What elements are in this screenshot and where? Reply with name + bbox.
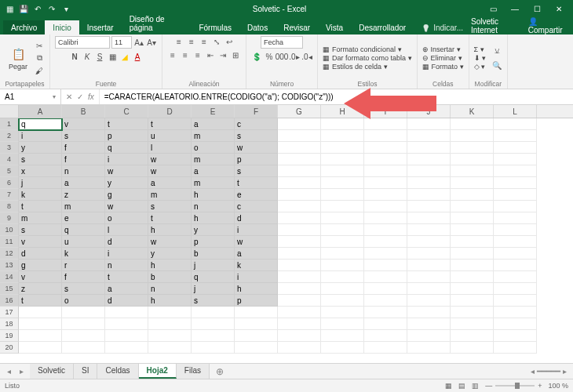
cell[interactable]: s bbox=[19, 154, 62, 165]
cell[interactable]: m bbox=[192, 154, 235, 165]
cell[interactable] bbox=[105, 330, 148, 342]
cell[interactable]: t bbox=[19, 201, 62, 212]
cell[interactable] bbox=[494, 283, 537, 295]
row-header[interactable]: 10 bbox=[0, 224, 19, 236]
cell[interactable]: h bbox=[192, 189, 235, 201]
cell[interactable] bbox=[364, 224, 407, 236]
cell[interactable]: d bbox=[19, 248, 62, 260]
cell[interactable]: i bbox=[235, 271, 278, 283]
cell[interactable] bbox=[407, 283, 451, 295]
cell[interactable]: h bbox=[148, 260, 192, 271]
cell[interactable] bbox=[321, 342, 364, 354]
cell[interactable] bbox=[494, 295, 537, 307]
maximize-icon[interactable]: ☐ bbox=[527, 2, 546, 16]
tab-insert[interactable]: Insertar bbox=[79, 20, 122, 34]
column-header[interactable]: F bbox=[235, 105, 278, 118]
cell[interactable] bbox=[451, 318, 494, 330]
cell[interactable] bbox=[321, 248, 364, 260]
cell[interactable]: x bbox=[19, 165, 62, 177]
cell[interactable] bbox=[407, 330, 451, 342]
cell[interactable]: l bbox=[148, 142, 192, 154]
italic-icon[interactable]: K bbox=[82, 51, 93, 62]
row-header[interactable]: 12 bbox=[0, 248, 19, 260]
paste-button[interactable]: 📋 Pegar bbox=[5, 45, 31, 72]
format-painter-icon[interactable]: 🖌 bbox=[34, 65, 45, 76]
cell[interactable] bbox=[494, 130, 537, 142]
cell[interactable] bbox=[148, 307, 192, 318]
cell[interactable] bbox=[278, 283, 321, 295]
orientation-icon[interactable]: ⤡ bbox=[211, 36, 222, 47]
row-header[interactable]: 6 bbox=[0, 177, 19, 189]
cell[interactable]: r bbox=[62, 260, 105, 271]
cell[interactable]: v bbox=[19, 236, 62, 248]
cell[interactable]: b bbox=[148, 271, 192, 283]
column-header[interactable]: C bbox=[105, 105, 148, 118]
cell[interactable] bbox=[278, 318, 321, 330]
cell[interactable] bbox=[494, 201, 537, 212]
cell[interactable] bbox=[494, 189, 537, 201]
cell[interactable] bbox=[364, 248, 407, 260]
cell[interactable] bbox=[19, 307, 62, 318]
cell[interactable] bbox=[278, 260, 321, 271]
cell[interactable] bbox=[62, 318, 105, 330]
cell[interactable] bbox=[494, 142, 537, 154]
cell[interactable]: w bbox=[148, 165, 192, 177]
cell[interactable] bbox=[407, 248, 451, 260]
tab-home[interactable]: Inicio bbox=[45, 20, 78, 34]
cell[interactable]: w bbox=[235, 142, 278, 154]
cell[interactable] bbox=[278, 248, 321, 260]
cell[interactable]: s bbox=[62, 283, 105, 295]
cell[interactable] bbox=[364, 260, 407, 271]
tab-view[interactable]: Vista bbox=[318, 20, 351, 34]
cell[interactable]: t bbox=[19, 295, 62, 307]
cell[interactable] bbox=[278, 307, 321, 318]
cell[interactable] bbox=[451, 283, 494, 295]
cell[interactable]: t bbox=[148, 118, 192, 130]
cell[interactable] bbox=[451, 236, 494, 248]
cell[interactable] bbox=[364, 295, 407, 307]
cell[interactable]: o bbox=[62, 295, 105, 307]
cell[interactable] bbox=[407, 342, 451, 354]
cell[interactable] bbox=[451, 201, 494, 212]
underline-icon[interactable]: S bbox=[94, 51, 105, 62]
align-middle-icon[interactable]: ≡ bbox=[186, 36, 197, 47]
currency-icon[interactable]: 💲 bbox=[251, 51, 262, 62]
cell-styles-button[interactable]: ▦ Estilos de celda ▾ bbox=[323, 63, 412, 71]
cell[interactable] bbox=[235, 330, 278, 342]
cell[interactable] bbox=[451, 118, 494, 130]
cell[interactable]: s bbox=[62, 130, 105, 142]
cell[interactable] bbox=[278, 154, 321, 165]
bold-icon[interactable]: N bbox=[69, 51, 80, 62]
cell[interactable]: l bbox=[105, 224, 148, 236]
cell[interactable] bbox=[321, 307, 364, 318]
cell[interactable]: w bbox=[105, 201, 148, 212]
cell[interactable] bbox=[407, 165, 451, 177]
cell[interactable] bbox=[278, 342, 321, 354]
cell[interactable]: m bbox=[19, 212, 62, 224]
number-format-combo[interactable]: Fecha bbox=[261, 36, 303, 49]
cell[interactable] bbox=[278, 271, 321, 283]
cell[interactable] bbox=[407, 154, 451, 165]
sheet-tab[interactable]: Solvetic bbox=[30, 364, 74, 379]
sheet-tab[interactable]: Filas bbox=[177, 364, 210, 379]
cell[interactable]: t bbox=[148, 212, 192, 224]
row-header[interactable]: 14 bbox=[0, 271, 19, 283]
cell[interactable] bbox=[278, 118, 321, 130]
increase-decimal-icon[interactable]: .0▸ bbox=[289, 51, 300, 62]
zoom-level[interactable]: 100 % bbox=[548, 382, 568, 390]
cell[interactable] bbox=[192, 307, 235, 318]
user-name[interactable]: Solvetic Internet bbox=[471, 17, 520, 34]
cell[interactable]: i bbox=[105, 154, 148, 165]
align-bottom-icon[interactable]: ≡ bbox=[199, 36, 210, 47]
cell[interactable]: m bbox=[192, 130, 235, 142]
cell[interactable] bbox=[451, 189, 494, 201]
wrap-text-icon[interactable]: ↩ bbox=[224, 36, 235, 47]
cell[interactable]: n bbox=[148, 283, 192, 295]
cell[interactable] bbox=[19, 330, 62, 342]
cell[interactable]: j bbox=[19, 177, 62, 189]
cell[interactable] bbox=[451, 224, 494, 236]
cell[interactable]: v bbox=[62, 118, 105, 130]
sheet-tab[interactable]: Celdas bbox=[97, 364, 138, 379]
cell[interactable] bbox=[407, 271, 451, 283]
cell[interactable] bbox=[105, 307, 148, 318]
